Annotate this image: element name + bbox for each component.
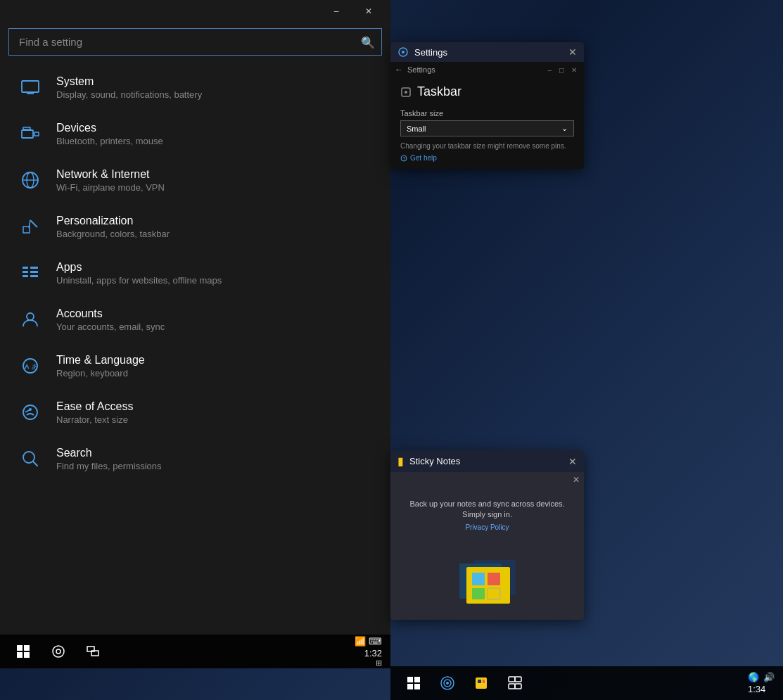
start-button-right[interactable] (399, 669, 428, 697)
sticky-taskbar-icon[interactable] (466, 669, 496, 697)
search-icon-button[interactable]: 🔍 (361, 35, 375, 49)
cortana-icon-right[interactable] (433, 669, 462, 697)
svg-rect-28 (24, 645, 30, 651)
accounts-icon (17, 306, 44, 333)
inner-close-btn[interactable]: ✕ (568, 66, 580, 74)
svg-point-31 (53, 646, 64, 657)
settings-item-search[interactable]: Search Find my files, permissions (0, 435, 390, 482)
personalization-title: Personalization (56, 215, 374, 227)
privacy-link[interactable]: Privacy Policy (405, 523, 570, 531)
svg-rect-30 (24, 652, 30, 658)
sticky-title-left: ▮ Sticky Notes (397, 454, 460, 468)
svg-rect-57 (483, 680, 485, 683)
settings-thumb-title-left: Settings (397, 46, 447, 58)
taskbar-time-left: 1:32 (364, 648, 382, 658)
search-desc: Find my files, permissions (56, 461, 374, 471)
apps-title: Apps (56, 261, 374, 274)
ease-icon (17, 399, 44, 426)
settings-item-devices[interactable]: Devices Bluetooth, printers, mouse (0, 110, 390, 157)
inner-min-btn[interactable]: – (545, 66, 554, 74)
settings-item-personalization[interactable]: Personalization Background, colors, task… (0, 203, 390, 250)
settings-item-network[interactable]: Network & Internet Wi-Fi, airplane mode,… (0, 157, 390, 203)
search-settings-icon (17, 445, 44, 472)
svg-rect-4 (34, 132, 39, 136)
close-button[interactable]: ✕ (352, 0, 385, 23)
svg-line-10 (30, 220, 37, 227)
multitask-icon-left[interactable] (79, 637, 108, 666)
svg-point-38 (405, 91, 407, 94)
settings-taskbar-icon-left[interactable] (44, 637, 73, 666)
sticky-titlebar: ▮ Sticky Notes ✕ (390, 450, 584, 472)
svg-rect-14 (23, 275, 28, 277)
svg-rect-27 (17, 645, 23, 651)
settings-thumb-content: ← Settings – ◻ ✕ Taskb (390, 62, 584, 169)
inner-settings-title: Settings (407, 65, 435, 74)
taskbar-left-time-section: 📶 ⌨ 1:32 ⊞ (355, 636, 382, 668)
svg-rect-55 (476, 677, 487, 689)
svg-rect-13 (23, 271, 28, 273)
system-icon (17, 74, 44, 101)
settings-item-ease[interactable]: Ease of Access Narrator, text size (0, 389, 390, 435)
svg-point-54 (446, 682, 449, 685)
taskbar-size-value: Small (407, 125, 426, 133)
sticky-inner-close-btn[interactable]: ✕ (573, 475, 580, 485)
system-desc: Display, sound, notifications, battery (56, 89, 374, 100)
ease-title: Ease of Access (56, 400, 374, 413)
svg-rect-49 (414, 677, 420, 682)
taskbar-size-select[interactable]: Small ⌄ (400, 120, 574, 136)
multitask-icon-right[interactable] (500, 669, 530, 697)
svg-rect-17 (30, 275, 38, 277)
svg-text:あ: あ (32, 363, 38, 370)
settings-item-time[interactable]: A あ Time & Language Region, keyboard (0, 343, 390, 389)
taskbar-heading: Taskbar (400, 84, 574, 99)
search-input[interactable] (8, 28, 382, 56)
sys-icons-left: 📶 ⌨ (355, 636, 382, 647)
time-icon: A あ (17, 352, 44, 379)
sticky-body: Back up your notes and sync across devic… (390, 488, 584, 542)
devices-desc: Bluetooth, printers, mouse (56, 136, 374, 146)
svg-rect-16 (30, 271, 38, 273)
taskbar-size-label: Taskbar size (400, 109, 574, 117)
sticky-notes-icon: ▮ (397, 454, 404, 468)
sticky-close-btn[interactable]: ✕ (568, 456, 577, 467)
settings-titlebar: – ✕ (0, 0, 390, 23)
network-icon (17, 167, 44, 193)
svg-rect-45 (488, 573, 500, 585)
svg-line-26 (33, 462, 37, 466)
svg-rect-0 (22, 81, 39, 92)
svg-rect-56 (478, 680, 481, 683)
settings-app: – ✕ 🔍 System Display, sound, notificatio… (0, 0, 390, 668)
apps-desc: Uninstall, apps for websites, offline ma… (56, 275, 374, 286)
sticky-notes-thumbnail[interactable]: ▮ Sticky Notes ✕ ✕ Back up your notes an… (390, 450, 584, 620)
svg-text:?: ? (403, 156, 406, 161)
svg-rect-58 (509, 677, 515, 682)
search-title: Search (56, 447, 374, 459)
svg-line-24 (25, 409, 30, 412)
taskbar-right-time: 🌎 🔊 1:34 (748, 672, 775, 694)
svg-rect-61 (515, 684, 521, 689)
svg-rect-29 (17, 652, 23, 658)
apps-icon (17, 260, 44, 286)
settings-item-system[interactable]: System Display, sound, notifications, ba… (0, 64, 390, 110)
volume-icon-right: 🔊 (763, 672, 775, 682)
network-desc: Wi-Fi, airplane mode, VPN (56, 182, 374, 193)
taskbar-section-title: Taskbar (417, 84, 461, 99)
settings-item-apps[interactable]: Apps Uninstall, apps for websites, offli… (0, 250, 390, 296)
system-title: System (56, 75, 374, 88)
start-button-left[interactable] (8, 637, 38, 666)
svg-point-32 (56, 649, 61, 654)
sticky-inner-header: ✕ (390, 472, 584, 488)
svg-rect-60 (509, 684, 515, 689)
get-help-link[interactable]: ? Get help (400, 154, 574, 162)
search-container: 🔍 (8, 28, 382, 56)
time-title: Time & Language (56, 354, 374, 367)
inner-settings-body: Taskbar Taskbar size Small ⌄ Changing yo… (390, 77, 584, 169)
settings-item-accounts[interactable]: Accounts Your accounts, email, sync (0, 296, 390, 343)
settings-thumbnail[interactable]: Settings ✕ ← Settings – ◻ ✕ (390, 42, 584, 169)
settings-thumb-close[interactable]: ✕ (568, 46, 577, 58)
taskbar-extra-icon-left: ⊞ (376, 658, 382, 668)
ease-desc: Narrator, text size (56, 414, 374, 425)
inner-max-btn[interactable]: ◻ (556, 66, 567, 74)
svg-rect-48 (407, 677, 413, 682)
minimize-button[interactable]: – (320, 0, 352, 23)
